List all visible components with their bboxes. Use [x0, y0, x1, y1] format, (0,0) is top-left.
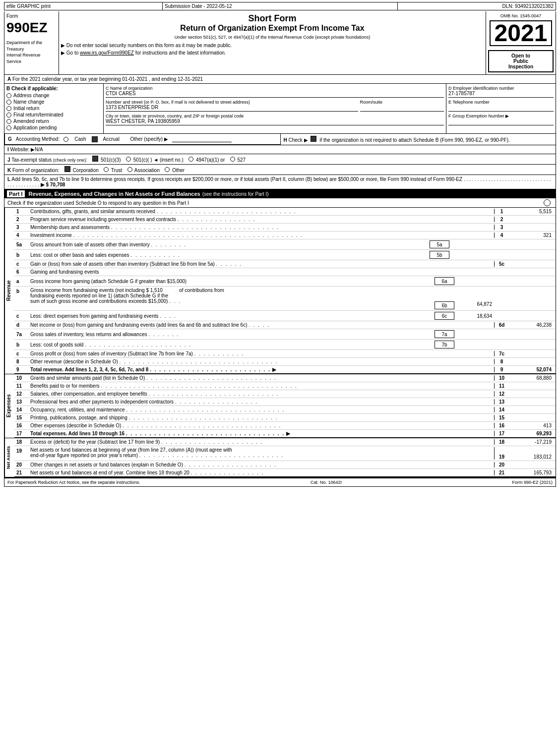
line-6d-text: Net income or (loss) from gaming and fun… — [30, 322, 494, 328]
inspection-label: Inspection — [491, 64, 551, 69]
j-501c-checkbox[interactable] — [126, 157, 131, 162]
line-9-ref: 9 — [494, 367, 509, 372]
line-16-value: 413 — [509, 423, 554, 428]
line-11-ref: 11 — [494, 383, 509, 389]
k-corp-checkbox[interactable] — [64, 166, 70, 172]
line-4-row: 4 Investment income . . . . . . . . . . … — [14, 232, 556, 239]
k-trust-label: Trust — [111, 168, 122, 173]
address-block: Number and street (or P. O. box, if mail… — [106, 100, 444, 114]
line-5b-box: 5b — [430, 251, 449, 259]
submission-date: Submission Date - 2022-05-12 — [163, 2, 398, 10]
name-change-checkbox[interactable] — [6, 100, 11, 105]
room-value — [360, 105, 444, 112]
city-field: City or town, state or province, country… — [106, 114, 444, 125]
line-15-text: Printing, publications, postage, and shi… — [30, 415, 494, 420]
line-16-row: 16 Other expenses (describe in Schedule … — [14, 422, 556, 430]
ein-field: D Employer identification number 27-1785… — [448, 86, 554, 98]
room-label: Room/suite — [360, 100, 444, 105]
line-7a-box: 7a — [435, 330, 454, 338]
line-17-row: 17 Total expenses. Add lines 10 through … — [14, 430, 556, 438]
j-4947-checkbox[interactable] — [188, 157, 193, 162]
line-21-row: 21 Net assets or fund balances at end of… — [14, 469, 556, 477]
line-20-row: 20 Other changes in net assets or fund b… — [14, 461, 556, 469]
line-6c-text: Less: direct expenses from gaming and fu… — [30, 313, 435, 319]
k-other-label: Other — [172, 168, 185, 173]
instruction2: ▶ Go to www.irs.gov/Form990EZ for instru… — [61, 50, 484, 56]
irs-link[interactable]: www.irs.gov/Form990EZ — [80, 50, 134, 56]
line-6d-value: 46,238 — [509, 322, 554, 328]
line-3-ref: 3 — [494, 225, 509, 230]
line-2-row: 2 Program service revenue including gove… — [14, 216, 556, 224]
short-form-title: Short Form — [61, 13, 484, 24]
initial-return-checkbox[interactable] — [6, 106, 11, 111]
line-6a-num: a — [16, 279, 30, 284]
line-21-ref: 21 — [494, 470, 509, 475]
header-right: OMB No. 1545-0047 2021 Open to Public In… — [486, 11, 556, 74]
line-21-text: Net assets or fund balances at end of ye… — [30, 470, 494, 475]
accounting-label: Accounting Method: — [16, 136, 60, 142]
line-8-text: Other revenue (describe in Schedule O) .… — [30, 359, 494, 364]
line-6c-num: c — [16, 313, 30, 319]
line-5c-row: c Gain or (loss) from sale of assets oth… — [14, 260, 556, 268]
check-application-pending: Application pending — [6, 125, 101, 130]
accrual-checkbox[interactable] — [92, 136, 98, 142]
section-l-label: L — [7, 176, 10, 182]
j-527-checkbox[interactable] — [230, 157, 235, 162]
line-6c-row: c Less: direct expenses from gaming and … — [14, 311, 556, 321]
section-b: B Check if applicable: Address change Na… — [4, 84, 556, 134]
k-assoc-checkbox[interactable] — [127, 167, 132, 172]
final-return-checkbox[interactable] — [6, 113, 11, 117]
part-i-check-line: Check if the organization used Schedule … — [4, 198, 556, 208]
line-6c-box: 6c — [435, 312, 454, 320]
line-6d-row: d Net income or (loss) from gaming and f… — [14, 321, 556, 329]
check-final-return: Final return/terminated — [6, 112, 101, 117]
phone-label: E Telephone number — [448, 100, 554, 105]
line-13-text: Professional fees and other payments to … — [30, 399, 494, 405]
section-l-value: ▶ $ 70,708 — [41, 182, 65, 187]
line-2-text: Program service revenue including govern… — [30, 217, 494, 222]
line-7c-text: Gross profit or (loss) from sales of inv… — [30, 351, 494, 356]
org-info: C Name of organization CTDI CARES Number… — [104, 84, 446, 133]
line-19-value: 183,012 — [509, 447, 554, 460]
line-1-num: 1 — [16, 209, 30, 214]
line-16-num: 16 — [16, 423, 30, 428]
k-trust-checkbox[interactable] — [104, 167, 109, 172]
line-6d-ref: 6d — [494, 322, 509, 328]
k-other-checkbox[interactable] — [165, 167, 170, 172]
line-13-ref: 13 — [494, 399, 509, 405]
j-501c3-checkbox[interactable] — [92, 156, 98, 162]
line-14-num: 14 — [16, 407, 30, 412]
footer: For Paperwork Reduction Act Notice, see … — [4, 477, 556, 487]
line-10-ref: 10 — [494, 375, 509, 381]
header-center: Short Form Return of Organization Exempt… — [59, 11, 486, 74]
line-20-text: Other changes in net assets or fund bala… — [30, 462, 494, 467]
check-amended-return: Amended return — [6, 118, 101, 124]
line-5b-text: Less: cost or other basis and sales expe… — [30, 252, 430, 258]
address-change-label: Address change — [13, 93, 49, 98]
check-applicable-label: B Check if applicable: — [6, 86, 101, 91]
section-h-checkbox[interactable] — [311, 136, 316, 142]
part-i-schedule-o-checkbox[interactable] — [544, 199, 551, 206]
j-527-label: 527 — [237, 157, 246, 163]
application-pending-checkbox[interactable] — [6, 125, 11, 130]
line-5b-num: b — [16, 252, 30, 258]
dln-number: DLN: 93492132021382 — [398, 2, 556, 10]
line-12-num: 12 — [16, 391, 30, 397]
line-19-ref: 19 — [494, 447, 509, 460]
address-change-checkbox[interactable] — [6, 93, 11, 98]
ein-section: D Employer identification number 27-1785… — [446, 84, 556, 133]
line-17-value: 69,293 — [509, 431, 554, 436]
city-value: WEST CHESTER, PA 193805959 — [106, 118, 444, 125]
amended-return-label: Amended return — [13, 118, 49, 124]
section-g: G Accounting Method: Cash Accrual Other … — [4, 134, 281, 145]
line-6b-box: 6b — [435, 301, 454, 309]
line-6-num: 6 — [16, 269, 30, 275]
line-6a-box: 6a — [435, 277, 454, 285]
cash-checkbox[interactable] — [63, 137, 68, 142]
amended-return-checkbox[interactable] — [6, 119, 11, 124]
instruction1: ▶ Do not enter social security numbers o… — [61, 43, 484, 48]
section-k-label: K — [7, 168, 11, 173]
section-i-label: I — [7, 147, 9, 152]
expenses-lines: 10 Grants and similar amounts paid (list… — [14, 374, 556, 438]
org-name-label: C Name of organization — [106, 86, 444, 91]
